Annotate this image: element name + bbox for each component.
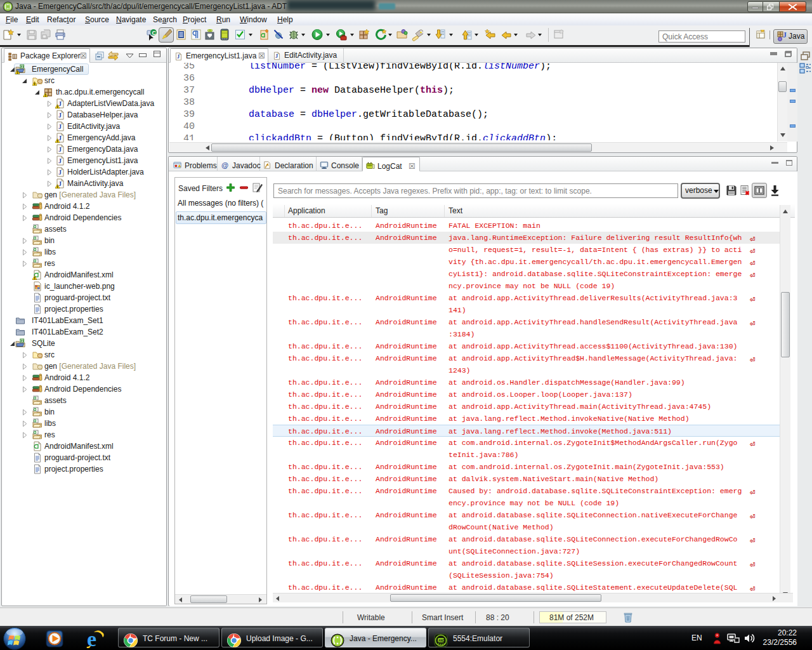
svg-text:C: C — [152, 30, 157, 36]
svg-text:J: J — [783, 31, 787, 39]
svg-text:AND_: AND_ — [438, 639, 447, 642]
